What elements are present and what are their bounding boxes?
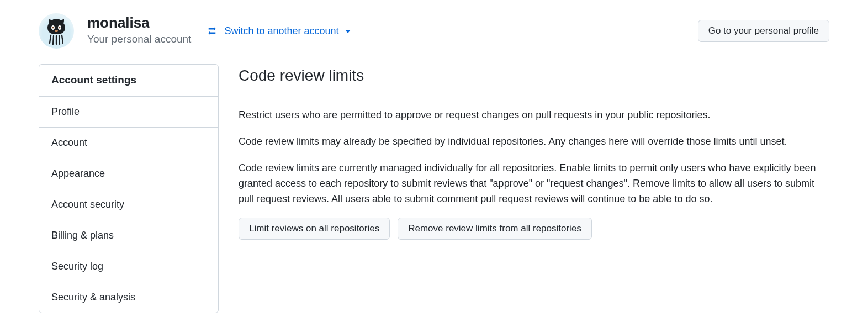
switch-account-label: Switch to another account	[224, 25, 338, 36]
sidebar-item-profile[interactable]: Profile	[39, 97, 218, 128]
sidebar-title: Account settings	[39, 65, 218, 97]
username: monalisa	[87, 14, 191, 31]
sidebar-item-label: Appearance	[51, 168, 105, 179]
sidebar-item-account-security[interactable]: Account security	[39, 189, 218, 220]
octocat-icon	[39, 13, 74, 49]
remove-limits-button[interactable]: Remove review limits from all repositori…	[398, 218, 592, 240]
description-paragraph-1: Restrict users who are permitted to appr…	[239, 108, 829, 123]
account-type-label: Your personal account	[87, 31, 191, 47]
switch-account-link[interactable]: Switch to another account	[224, 24, 350, 39]
description-paragraph-3: Code review limits are currently managed…	[239, 161, 829, 207]
arrow-switch-icon	[207, 25, 218, 36]
action-buttons: Limit reviews on all repositories Remove…	[239, 218, 829, 240]
limit-reviews-button[interactable]: Limit reviews on all repositories	[239, 218, 390, 240]
sidebar-item-label: Account security	[51, 199, 124, 210]
svg-point-4	[59, 27, 61, 29]
sidebar-item-appearance[interactable]: Appearance	[39, 158, 218, 189]
svg-point-5	[55, 30, 58, 32]
sidebar-item-security-analysis[interactable]: Security & analysis	[39, 282, 218, 313]
sidebar-item-label: Security & analysis	[51, 292, 135, 303]
page-header: monalisa Your personal account Switch to…	[39, 13, 829, 49]
switch-account[interactable]: Switch to another account	[207, 24, 350, 39]
svg-point-3	[52, 27, 54, 29]
main-content: Code review limits Restrict users who ar…	[239, 64, 829, 313]
sidebar: Account settings Profile Account Appeara…	[39, 64, 219, 313]
page-title: Code review limits	[239, 64, 829, 94]
sidebar-item-billing-plans[interactable]: Billing & plans	[39, 220, 218, 251]
sidebar-item-label: Profile	[51, 106, 80, 117]
sidebar-item-security-log[interactable]: Security log	[39, 251, 218, 282]
account-info: monalisa Your personal account	[87, 14, 191, 47]
sidebar-item-label: Billing & plans	[51, 230, 114, 241]
avatar[interactable]	[39, 13, 74, 49]
chevron-down-icon	[345, 30, 351, 33]
sidebar-item-account[interactable]: Account	[39, 128, 218, 158]
go-to-profile-button[interactable]: Go to your personal profile	[698, 20, 829, 42]
sidebar-item-label: Account	[51, 137, 87, 148]
sidebar-item-label: Security log	[51, 261, 103, 272]
description-paragraph-2: Code review limits may already be specif…	[239, 134, 829, 150]
